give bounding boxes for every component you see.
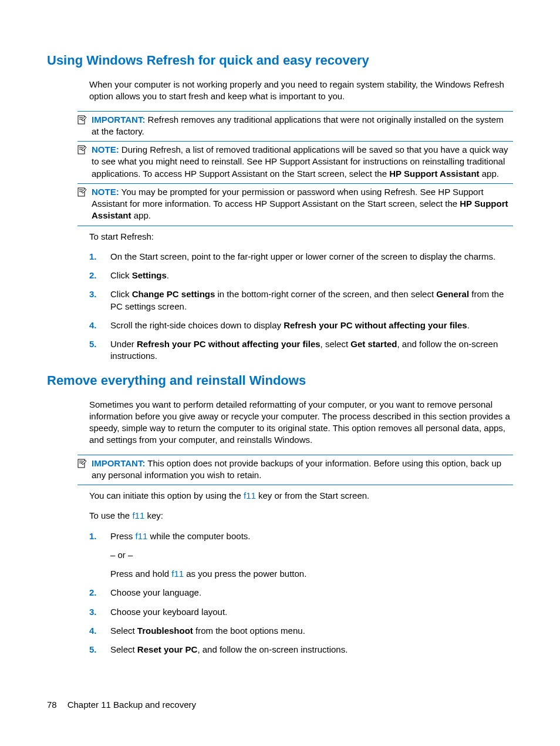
step-bold: General <box>436 289 469 299</box>
step-bold: Reset your PC <box>137 644 198 654</box>
step-text: . <box>467 320 470 330</box>
refresh-lead: To start Refresh: <box>89 231 513 243</box>
step: Press f11 while the computer boots. – or… <box>89 530 513 580</box>
callout-bold: HP Support Assistant <box>389 169 479 179</box>
callout-note-refresh-2: NOTE: You may be prompted for your permi… <box>77 184 513 226</box>
step-text: Choose your language. <box>110 587 201 597</box>
text: Press and hold <box>110 569 171 579</box>
callout-important-refresh: IMPORTANT: Refresh removes any tradition… <box>77 111 513 142</box>
text: You can initiate this option by using th… <box>89 490 244 500</box>
reinstall-steps: Press f11 while the computer boots. – or… <box>89 530 513 656</box>
callout-label: NOTE: <box>92 145 119 154</box>
step-text: , and follow the on-screen instructions. <box>197 644 348 654</box>
key-f11: f11 <box>244 490 256 500</box>
step-text: Under <box>110 339 137 349</box>
key-f11: f11 <box>136 531 148 541</box>
step-text: Choose your keyboard layout. <box>110 607 227 617</box>
step: Choose your keyboard layout. <box>89 606 513 618</box>
note-icon <box>77 186 89 222</box>
step-text: . <box>167 270 169 280</box>
step-text: Press <box>110 531 136 541</box>
refresh-intro: When your computer is not working proper… <box>89 79 513 103</box>
step-text: On the Start screen, point to the far-ri… <box>110 251 495 261</box>
touse-text: To use the f11 key: <box>89 510 513 522</box>
heading-reinstall: Remove everything and reinstall Windows <box>47 373 513 388</box>
callout-important-reinstall: IMPORTANT: This option does not provide … <box>77 455 513 486</box>
step-bold: Get started <box>350 339 397 349</box>
step: Click Settings. <box>89 270 513 281</box>
text: as you press the power button. <box>184 569 306 579</box>
key-f11: f11 <box>132 510 144 520</box>
key-f11: f11 <box>171 569 184 579</box>
callout-label: IMPORTANT: <box>92 115 145 125</box>
callout-text: Refresh removes any traditional applicat… <box>92 115 504 136</box>
callout-note-refresh-1: NOTE: During Refresh, a list of removed … <box>77 142 513 184</box>
step-text: while the computer boots. <box>147 531 250 541</box>
callout-text: You may be prompted for your permission … <box>92 187 484 209</box>
page-number: 78 <box>47 700 57 710</box>
step: Select Reset your PC, and follow the on-… <box>89 644 513 656</box>
step: Select Troubleshoot from the boot option… <box>89 625 513 637</box>
step-sub: Press and hold f11 as you press the powe… <box>110 568 513 580</box>
page-footer: 78Chapter 11 Backup and recovery <box>47 700 196 710</box>
step-text: Click <box>110 289 132 299</box>
text: key: <box>144 510 163 520</box>
callout-label: IMPORTANT: <box>92 458 145 468</box>
step-or: – or – <box>110 549 513 561</box>
text: To use the <box>89 510 132 520</box>
text: key or from the Start screen. <box>256 490 369 500</box>
step-text: , select <box>321 339 351 349</box>
step-bold: Refresh your PC without affecting your f… <box>137 339 321 349</box>
chapter-title: Chapter 11 Backup and recovery <box>68 700 196 710</box>
step-text: in the bottom-right corner of the screen… <box>215 289 436 299</box>
note-icon <box>77 144 89 180</box>
step-text: Scroll the right-side choices down to di… <box>110 320 284 330</box>
step: Scroll the right-side choices down to di… <box>89 320 513 331</box>
step: Click Change PC settings in the bottom-r… <box>89 288 513 312</box>
callout-label: NOTE: <box>92 187 119 197</box>
heading-refresh: Using Windows Refresh for quick and easy… <box>47 53 513 68</box>
callout-text: app. <box>480 169 499 179</box>
step: On the Start screen, point to the far-ri… <box>89 251 513 263</box>
step-text: Select <box>110 626 137 636</box>
step-bold: Change PC settings <box>132 289 215 299</box>
initiate-text: You can initiate this option by using th… <box>89 490 513 502</box>
note-icon <box>77 114 89 138</box>
step-text: Select <box>110 644 137 654</box>
reinstall-intro: Sometimes you want to perform detailed r… <box>89 399 513 446</box>
step-bold: Troubleshoot <box>137 626 193 636</box>
step-text: from the boot options menu. <box>193 626 305 636</box>
step-text: Click <box>110 270 132 280</box>
refresh-steps: On the Start screen, point to the far-ri… <box>89 251 513 362</box>
step-bold: Settings <box>132 270 167 280</box>
callout-text: app. <box>131 210 151 220</box>
note-icon <box>77 458 89 482</box>
callout-text: This option does not provide backups of … <box>92 458 501 480</box>
step: Under Refresh your PC without affecting … <box>89 338 513 362</box>
step-bold: Refresh your PC without affecting your f… <box>284 320 467 330</box>
step: Choose your language. <box>89 587 513 599</box>
